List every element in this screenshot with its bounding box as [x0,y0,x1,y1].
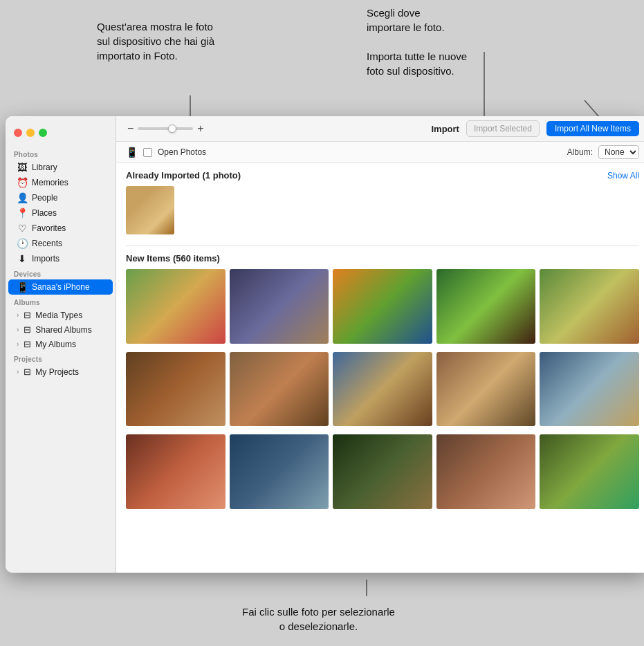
show-all-link[interactable]: Show All [607,171,639,181]
places-icon: 📍 [17,207,28,219]
zoom-control: − + [126,122,205,135]
photo-thumb[interactable] [230,352,329,427]
open-photos-checkbox[interactable] [143,148,152,157]
maximize-button[interactable] [39,129,47,137]
photo-thumb[interactable] [540,434,639,509]
photo-grid-row-1 [126,269,639,344]
new-items-title: New Items (560 items) [126,253,220,264]
sidebar-item-library[interactable]: 🖼 Library [8,160,113,175]
photo-thumb[interactable] [126,352,226,427]
sidebar-item-imports[interactable]: ⬇ Imports [8,251,113,266]
sidebar-item-memories[interactable]: ⏰ Memories [8,175,113,190]
photo-thumb[interactable] [436,352,536,427]
photo-thumb[interactable] [436,434,536,509]
chevron-right-icon: › [17,368,19,376]
chevron-right-icon: › [17,311,19,319]
shared-albums-icon: ⊟ [21,324,33,335]
library-icon: 🖼 [17,162,28,173]
my-projects-icon: ⊟ [21,367,33,377]
device-icon: 📱 [126,147,138,158]
sidebar-item-shared-albums[interactable]: › ⊟ Shared Albums [8,322,113,337]
photo-grid-row-2 [126,352,639,427]
zoom-out-button[interactable]: − [126,122,135,135]
callout-already-imported: Quest'area mostra le foto sul dispositiv… [97,19,284,63]
people-icon: 👤 [17,192,28,203]
window-controls [6,123,116,147]
main-content: − + Import Import Selected Import All Ne… [116,116,644,573]
favorites-icon: ♡ [17,223,28,234]
photo-thumb[interactable] [540,269,639,344]
photo-thumb[interactable] [126,269,226,344]
recents-icon: 🕐 [17,238,28,249]
zoom-in-button[interactable]: + [196,122,205,135]
callout-select-photos: Fai clic sulle foto per selezionarle o d… [242,605,395,634]
sidebar-item-my-albums[interactable]: › ⊟ My Albums [8,337,113,351]
chevron-right-icon: › [17,340,19,348]
iphone-icon: 📱 [17,282,28,293]
section-albums-label: Albums [6,295,116,308]
new-items-header: New Items (560 items) [126,253,639,264]
section-photos-label: Photos [6,147,116,160]
zoom-thumb [168,124,176,133]
zoom-slider[interactable] [138,127,193,130]
album-label: Album: [567,147,593,157]
sidebar-item-media-types[interactable]: › ⊟ Media Types [8,308,113,322]
section-divider [126,246,639,246]
open-photos-label: Open Photos [158,147,206,157]
sidebar-item-people[interactable]: 👤 People [8,190,113,205]
photo-area: Already Imported (1 photo) Show All New … [116,163,644,573]
imports-icon: ⬇ [17,253,28,264]
photo-thumb[interactable] [333,269,432,344]
photos-window: Photos 🖼 Library ⏰ Memories 👤 People 📍 P… [6,116,644,573]
import-label: Import [431,124,459,134]
toolbar: − + Import Import Selected Import All Ne… [116,116,644,142]
already-imported-row [126,186,639,234]
photo-grid-row-3 [126,434,639,509]
minimize-button[interactable] [26,129,35,137]
already-imported-header: Already Imported (1 photo) Show All [126,170,639,181]
sidebar-item-recents[interactable]: 🕐 Recents [8,236,113,251]
import-all-button[interactable]: Import All New Items [546,121,639,136]
my-albums-icon: ⊟ [21,339,33,349]
sidebar-item-favorites[interactable]: ♡ Favorites [8,221,113,236]
sub-toolbar: 📱 Open Photos Album: None [116,142,644,163]
media-types-icon: ⊟ [21,310,33,320]
import-selected-button[interactable]: Import Selected [466,120,540,137]
sidebar: Photos 🖼 Library ⏰ Memories 👤 People 📍 P… [6,116,116,573]
photo-thumb[interactable] [333,434,432,509]
close-button[interactable] [14,129,22,137]
section-devices-label: Devices [6,266,116,279]
already-imported-title: Already Imported (1 photo) [126,170,241,181]
memories-icon: ⏰ [17,177,28,188]
photo-thumb[interactable] [333,352,432,427]
photo-thumb[interactable] [230,434,329,509]
sidebar-item-my-projects[interactable]: › ⊟ My Projects [8,364,113,379]
section-projects-label: Projects [6,351,116,364]
chevron-right-icon: › [17,326,19,333]
sidebar-item-places[interactable]: 📍 Places [8,205,113,221]
callout-import-destination: Scegli dove importare le foto. Importa t… [367,6,519,78]
photo-thumb[interactable] [436,269,536,344]
photo-thumb[interactable] [126,434,226,509]
album-dropdown[interactable]: None [598,145,639,159]
photo-thumb[interactable] [540,352,639,427]
photo-thumb[interactable] [230,269,329,344]
sidebar-item-iphone[interactable]: 📱 Sanaa's iPhone [8,279,113,295]
already-imported-photo[interactable] [126,186,174,234]
